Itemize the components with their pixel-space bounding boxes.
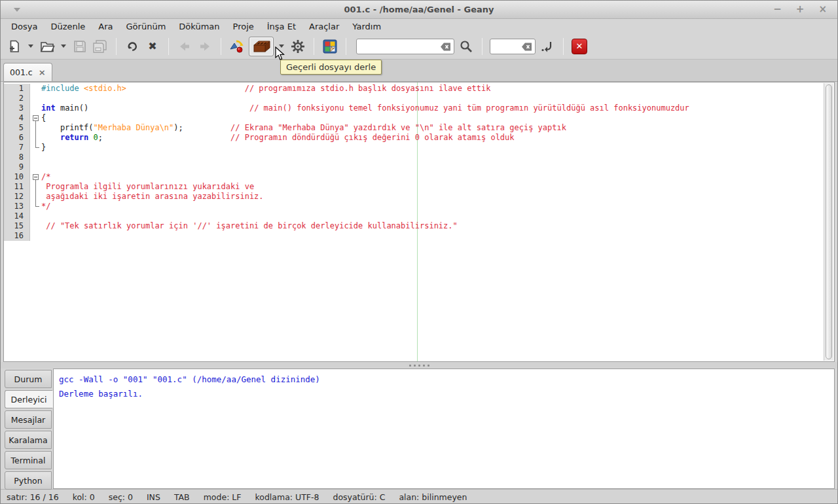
menu-dosya[interactable]: Dosya [5, 20, 44, 33]
code-line[interactable]: 7} [4, 143, 834, 153]
panel-tab-terminal[interactable]: Terminal [5, 451, 52, 469]
fold-margin[interactable] [30, 113, 41, 123]
search-input[interactable] [357, 40, 454, 53]
new-document-button[interactable] [6, 37, 23, 56]
code-text: // "Tek satırlık yorumlar için '//' işar… [41, 221, 458, 231]
geany-window: 001.c - /home/aa/Genel - Geany − + × Dos… [0, 0, 838, 504]
clear-search-icon[interactable] [440, 41, 452, 52]
code-editor[interactable]: 1#include <stdio.h> // programımıza stdi… [3, 82, 835, 362]
run-button[interactable] [289, 37, 306, 56]
save-all-icon [92, 39, 108, 54]
status-item: satır: 16 / 16 [7, 492, 59, 502]
fold-margin [30, 123, 41, 133]
compile-tooltip: Geçerli dosyayı derle [280, 60, 382, 75]
close-document-icon: ✖ [148, 41, 156, 52]
compile-icon [228, 38, 246, 55]
editor-scrollbar[interactable] [824, 83, 833, 361]
reload-button[interactable] [124, 37, 141, 56]
build-dropdown-icon[interactable] [279, 45, 284, 48]
code-line[interactable]: 4{ [4, 113, 834, 123]
fold-margin [30, 94, 41, 103]
search-entry [356, 39, 454, 54]
line-number: 10 [4, 172, 30, 182]
color-chooser-button[interactable] [321, 37, 338, 56]
fold-margin [30, 133, 41, 143]
fold-margin [30, 103, 41, 113]
save-button[interactable] [71, 37, 88, 56]
code-line[interactable]: 2 [4, 94, 834, 103]
color-chooser-icon [322, 39, 338, 54]
jump-to-line-button[interactable] [539, 37, 556, 56]
code-line[interactable]: 16 [4, 231, 834, 241]
build-brick-button[interactable] [249, 37, 274, 56]
code-area[interactable]: 1#include <stdio.h> // programımıza stdi… [4, 82, 834, 241]
fold-margin[interactable] [30, 172, 41, 182]
line-number: 2 [4, 94, 30, 103]
maximize-button[interactable]: + [796, 5, 805, 14]
window-title: 001.c - /home/aa/Genel - Geany [1, 5, 837, 14]
new-dropdown-icon[interactable] [28, 45, 33, 48]
code-line[interactable]: 13*/ [4, 202, 834, 211]
panel-tab-mesajlar[interactable]: Mesajlar [5, 410, 52, 429]
close-button[interactable]: × [818, 5, 827, 14]
fold-margin [30, 221, 41, 231]
menu-proje[interactable]: Proje [227, 20, 261, 33]
tab-close-icon[interactable]: × [39, 68, 46, 77]
window-controls: − + × [773, 5, 837, 14]
panel-tab-python[interactable]: Python [5, 471, 52, 490]
code-line[interactable]: 14 [4, 211, 834, 221]
clear-goto-icon[interactable] [521, 41, 533, 52]
line-number: 11 [4, 182, 30, 192]
forward-arrow-icon [198, 39, 212, 54]
code-line[interactable]: 15 // "Tek satırlık yorumlar için '//' i… [4, 221, 834, 231]
find-button[interactable] [458, 37, 475, 56]
fold-collapse-icon [33, 174, 39, 180]
fold-margin [30, 162, 41, 172]
minimize-button[interactable]: − [773, 5, 782, 14]
compile-shapes-button[interactable] [228, 37, 246, 56]
navigate-forward-button[interactable] [196, 37, 213, 56]
panel-tab-derleyici[interactable]: Derleyici [5, 390, 53, 408]
toolbar-separator [314, 38, 314, 55]
menu-görünüm[interactable]: Görünüm [120, 20, 173, 33]
fold-collapse-icon [33, 115, 39, 121]
jump-to-line-icon [540, 39, 555, 54]
save-all-button[interactable] [92, 37, 109, 56]
code-line[interactable]: 10/* [4, 172, 834, 182]
line-number: 16 [4, 231, 30, 241]
navigate-back-button[interactable] [176, 37, 193, 56]
tab-001c[interactable]: 001.c × [3, 63, 52, 81]
window-menu-icon[interactable] [14, 8, 20, 12]
open-file-button[interactable] [39, 37, 56, 56]
code-text: printf("Merhaba Dünya\n"); // Ekrana "Me… [41, 123, 566, 133]
panel-tab-karalama[interactable]: Karalama [5, 431, 52, 449]
menu-düzenle[interactable]: Düzenle [44, 20, 92, 33]
code-line[interactable]: 12 aşağıdaki iki işaretin arasına yazabi… [4, 192, 834, 202]
open-dropdown-icon[interactable] [61, 45, 66, 48]
editor-region: 1#include <stdio.h> // programımıza stdi… [1, 82, 837, 362]
code-text: aşağıdaki iki işaretin arasına yazabilir… [41, 192, 264, 202]
menu-ara[interactable]: Ara [92, 20, 119, 33]
code-line[interactable]: 1#include <stdio.h> // programımıza stdi… [4, 84, 834, 94]
scrollbar-thumb[interactable] [826, 84, 832, 359]
quit-button[interactable]: ✕ [571, 37, 588, 56]
status-item: alan: bilinmeyen [399, 492, 467, 502]
code-text: { [41, 113, 46, 123]
code-line[interactable]: 5 printf("Merhaba Dünya\n"); // Ekrana "… [4, 123, 834, 133]
panel-tab-durum[interactable]: Durum [5, 370, 52, 388]
menu-yardım[interactable]: Yardım [346, 20, 388, 33]
run-gear-icon [290, 39, 306, 54]
code-line[interactable]: 9 [4, 162, 834, 172]
code-line[interactable]: 6 return 0; // Programın döndürdüğü çıkı… [4, 133, 834, 143]
panel-splitter[interactable] [1, 362, 837, 369]
menu-i̇nşa-et[interactable]: İnşa Et [261, 20, 302, 33]
code-line[interactable]: 3int main() // main() fonksiyonu temel f… [4, 103, 834, 113]
code-line[interactable]: 11 Programla ilgili yorumlarınızı yukarı… [4, 182, 834, 192]
fold-margin [30, 211, 41, 221]
status-item: seç: 0 [109, 492, 133, 502]
menu-döküman[interactable]: Döküman [172, 20, 226, 33]
close-document-button[interactable]: ✖ [144, 37, 161, 56]
menu-araçlar[interactable]: Araçlar [302, 20, 346, 33]
code-line[interactable]: 8 [4, 153, 834, 162]
code-text: } [41, 143, 46, 153]
